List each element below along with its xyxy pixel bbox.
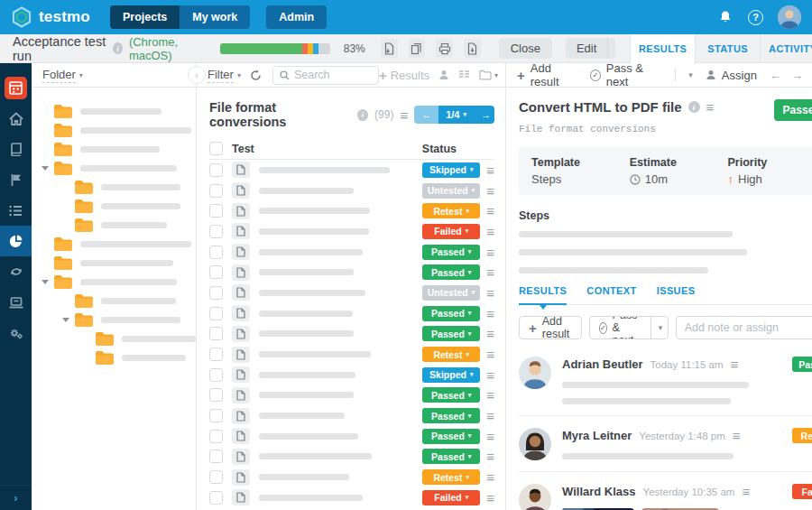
- folder-tree-item[interactable]: [41, 216, 196, 235]
- nav-my-work[interactable]: My work: [180, 5, 250, 29]
- folder-tree-item[interactable]: [41, 102, 196, 121]
- test-doc-icon[interactable]: [232, 347, 250, 363]
- info-icon[interactable]: i: [113, 42, 123, 54]
- folder-tree-item[interactable]: [41, 235, 196, 254]
- row-menu-icon[interactable]: ≡: [486, 348, 494, 361]
- page-prev-button[interactable]: ←: [414, 106, 438, 124]
- row-menu-icon[interactable]: ≡: [486, 286, 494, 300]
- folder-tree-item[interactable]: [41, 329, 196, 348]
- folder-tree-item[interactable]: [41, 197, 196, 216]
- test-doc-icon[interactable]: [232, 223, 250, 239]
- nav-admin[interactable]: Admin: [266, 5, 327, 29]
- help-icon[interactable]: ?: [748, 10, 763, 25]
- row-checkbox[interactable]: [209, 246, 223, 259]
- folder-tree-item[interactable]: [41, 178, 196, 197]
- edit-caret-icon[interactable]: ▾: [607, 38, 615, 59]
- sidebar-item-automation[interactable]: [0, 287, 32, 318]
- info-icon[interactable]: i: [357, 109, 368, 121]
- row-checkbox[interactable]: [209, 368, 223, 382]
- test-row[interactable]: Passed▾≡: [209, 405, 494, 426]
- avatar[interactable]: [519, 428, 551, 460]
- sidebar-item-settings[interactable]: [0, 318, 32, 348]
- edit-button[interactable]: Edit: [566, 38, 607, 59]
- test-row[interactable]: Retest▾≡: [209, 467, 494, 487]
- add-result-button-2[interactable]: + Add result: [519, 316, 582, 339]
- row-checkbox[interactable]: [209, 163, 223, 177]
- run-tab-status[interactable]: STATUS: [695, 34, 760, 63]
- test-row[interactable]: Passed▾≡: [209, 426, 494, 447]
- row-menu-icon[interactable]: ≡: [486, 388, 494, 402]
- row-menu-icon[interactable]: ≡: [486, 409, 494, 422]
- note-input[interactable]: [676, 316, 812, 339]
- row-menu-icon[interactable]: ≡: [486, 246, 494, 259]
- test-status-button[interactable]: Passed▾: [774, 99, 812, 121]
- sidebar-item-cycles[interactable]: [0, 256, 32, 287]
- test-doc-icon[interactable]: [232, 449, 250, 465]
- next-test-icon[interactable]: →: [791, 69, 803, 82]
- row-menu-icon[interactable]: ≡: [486, 225, 494, 238]
- result-menu-icon[interactable]: ≡: [731, 357, 739, 371]
- row-checkbox[interactable]: [209, 388, 223, 402]
- pass-next-caret-icon[interactable]: ▾: [688, 70, 693, 79]
- row-menu-icon[interactable]: ≡: [486, 430, 494, 443]
- row-checkbox[interactable]: [209, 491, 223, 505]
- assign-button[interactable]: Assign: [706, 69, 757, 82]
- avatar[interactable]: [519, 357, 551, 389]
- pass-next-caret-icon[interactable]: ▾: [651, 317, 669, 338]
- sidebar-item-runs-reports[interactable]: [0, 226, 32, 256]
- filter-dropdown[interactable]: Filter: [208, 68, 234, 83]
- export-icon[interactable]: [381, 39, 398, 58]
- row-checkbox[interactable]: [209, 204, 223, 218]
- test-doc-icon[interactable]: [232, 244, 250, 260]
- test-row[interactable]: Failed▾≡: [209, 221, 494, 242]
- test-row[interactable]: Untested▾≡: [209, 283, 494, 303]
- test-doc-icon[interactable]: [232, 366, 250, 383]
- detail-tab-issues[interactable]: ISSUES: [657, 285, 696, 304]
- test-row[interactable]: Skipped▾≡: [209, 365, 494, 385]
- run-tab-activity[interactable]: ACTIVITY: [760, 34, 812, 63]
- sidebar-item-project-tile[interactable]: [0, 72, 32, 103]
- page-next-button[interactable]: →: [474, 106, 494, 124]
- row-menu-icon[interactable]: ≡: [486, 368, 494, 382]
- test-row[interactable]: Passed▾≡: [209, 262, 494, 283]
- status-badge-failed[interactable]: Failed▾: [422, 490, 480, 505]
- add-result-button[interactable]: + Add result: [517, 61, 577, 88]
- expand-sidebar-button[interactable]: ›: [0, 485, 32, 510]
- expand-caret-icon[interactable]: [42, 166, 49, 171]
- bell-icon[interactable]: [717, 9, 734, 25]
- status-badge-retest[interactable]: Retest▾: [422, 469, 480, 485]
- download-icon[interactable]: [464, 39, 481, 58]
- row-menu-icon[interactable]: ≡: [486, 327, 494, 340]
- status-badge-failed[interactable]: Failed▾: [422, 224, 480, 239]
- row-checkbox[interactable]: [209, 470, 223, 484]
- pass-next-button[interactable]: ✓ Pass & next: [590, 61, 663, 88]
- folder-tree-item[interactable]: [41, 348, 196, 367]
- row-checkbox[interactable]: [209, 307, 223, 320]
- row-checkbox[interactable]: [209, 225, 223, 238]
- sidebar-item-cases[interactable]: [0, 195, 32, 226]
- test-doc-icon[interactable]: [232, 408, 250, 424]
- search-input[interactable]: [294, 69, 372, 81]
- folder-tree-item[interactable]: [41, 292, 196, 311]
- test-row[interactable]: Passed▾≡: [209, 447, 494, 468]
- status-badge-passed[interactable]: Passed▾: [422, 408, 480, 423]
- row-checkbox[interactable]: [209, 327, 223, 340]
- avatar[interactable]: [519, 484, 551, 510]
- row-menu-icon[interactable]: ≡: [486, 265, 494, 279]
- detail-tab-context[interactable]: CONTEXT: [586, 285, 636, 304]
- test-row[interactable]: Passed▾≡: [209, 385, 494, 406]
- collapse-panel-button[interactable]: ‹: [188, 66, 206, 84]
- test-doc-icon[interactable]: [232, 326, 250, 342]
- test-doc-icon[interactable]: [232, 264, 250, 281]
- refresh-icon[interactable]: [250, 70, 262, 81]
- close-run-button[interactable]: Close: [499, 38, 552, 59]
- page-indicator[interactable]: 1/4▾: [438, 106, 474, 124]
- group-by-folder-button[interactable]: ▾: [479, 70, 498, 80]
- test-menu-icon[interactable]: ≡: [706, 100, 715, 114]
- status-badge-passed[interactable]: Passed▾: [422, 387, 480, 403]
- row-menu-icon[interactable]: ≡: [486, 450, 494, 463]
- test-doc-icon[interactable]: [232, 387, 250, 403]
- brand-logo[interactable]: testmo: [11, 6, 90, 28]
- status-badge-retest[interactable]: Retest▾: [422, 347, 480, 362]
- test-doc-icon[interactable]: [232, 284, 250, 301]
